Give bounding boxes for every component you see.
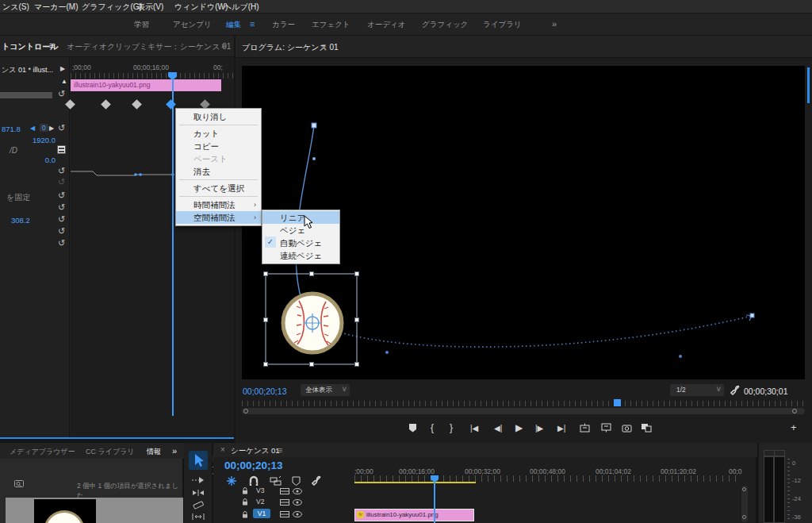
workspace-tab-learning[interactable]: 学習 — [134, 20, 149, 30]
reset-icon[interactable]: ↺ — [58, 167, 65, 175]
context-menu-spatial-interpolation[interactable]: 空間補間法 › — [176, 211, 261, 224]
program-scrollbar[interactable] — [242, 408, 805, 414]
submenu-continuous-bezier[interactable]: 連続ベジェ — [262, 249, 339, 262]
workspace-tab-graphics[interactable]: グラフィック — [422, 20, 468, 30]
track-header-v3[interactable]: V3 — [220, 486, 353, 496]
button-editor-plus[interactable]: + — [791, 421, 797, 433]
menu-graphics[interactable]: グラフィック(G) — [82, 2, 142, 13]
go-to-out-button[interactable]: ▶| — [557, 424, 565, 433]
selection-handle[interactable] — [263, 271, 268, 276]
media-thumbnail-area[interactable] — [6, 498, 183, 523]
submenu-linear[interactable]: リニア — [262, 211, 339, 224]
media-thumbnail[interactable] — [34, 499, 96, 523]
extract-button[interactable] — [601, 423, 611, 433]
sync-lock-icon[interactable] — [280, 488, 289, 494]
next-keyframe-icon[interactable]: ▶ — [49, 125, 54, 132]
fit-dropdown[interactable]: 全体表示 ˅ — [301, 384, 350, 396]
tab-media-browser[interactable]: メディアブラウザー — [10, 447, 75, 457]
razor-tool-icon[interactable] — [192, 500, 205, 510]
scroll-handle-left[interactable] — [243, 409, 248, 413]
ec-playhead-line[interactable] — [172, 79, 174, 416]
comparison-view-button[interactable] — [641, 423, 652, 433]
go-to-in-button[interactable]: |◀ — [470, 424, 478, 433]
selection-tool-button[interactable] — [189, 451, 208, 470]
track-output-eye-icon[interactable] — [293, 488, 302, 494]
context-menu-select-all[interactable]: すべてを選択 — [176, 182, 261, 194]
ec-position-value[interactable]: 871.8 — [2, 125, 21, 133]
track-output-eye-icon[interactable] — [293, 499, 302, 506]
track-header-v1[interactable]: V1 — [220, 508, 353, 521]
menu-marker[interactable]: マーカー(M) — [34, 2, 78, 13]
selection-handle[interactable] — [354, 271, 359, 276]
selection-handle[interactable] — [309, 271, 314, 276]
workspace-tab-libraries[interactable]: ライブラリ — [483, 20, 522, 30]
program-timecode[interactable]: 00;00;20;13 — [243, 386, 286, 396]
sync-lock-icon[interactable] — [280, 499, 289, 506]
selection-handle[interactable] — [354, 317, 359, 322]
ec-overflow-icon[interactable]: » — [221, 40, 226, 50]
step-back-button[interactable]: ◀| — [494, 424, 502, 433]
scroll-handle-right[interactable] — [792, 409, 797, 413]
menu-sequence[interactable]: ンス(S) — [2, 2, 29, 13]
snap-magnet-icon[interactable] — [248, 475, 259, 486]
tab-info[interactable]: 情報 — [147, 447, 161, 457]
step-forward-button[interactable]: |▶ — [535, 424, 543, 433]
reset-icon[interactable]: ↺ — [58, 227, 65, 236]
submenu-auto-bezier[interactable]: ✓ 自動ベジェ — [262, 237, 339, 249]
ec-anchor-value[interactable]: 308.2 — [11, 216, 30, 225]
workspace-tab-effects[interactable]: エフェクト — [312, 20, 350, 30]
program-scrubber-ruler[interactable] — [242, 401, 805, 406]
mark-in-button[interactable]: { — [431, 422, 434, 433]
close-panel-icon[interactable]: × — [220, 445, 225, 454]
media-overflow-icon[interactable]: » — [172, 446, 177, 456]
keyframe-count[interactable]: 0 — [40, 124, 48, 132]
timeline-wrench-icon[interactable] — [312, 475, 322, 486]
program-menu-icon[interactable]: ≡ — [321, 41, 326, 51]
ripple-edit-tool-icon[interactable] — [191, 489, 205, 497]
sync-lock-icon[interactable] — [280, 511, 289, 517]
timeline-menu-icon[interactable]: ≡ — [278, 445, 282, 455]
program-vscrollbar[interactable] — [807, 67, 810, 103]
reset-icon[interactable]: ↺ — [58, 215, 65, 224]
context-menu-copy[interactable]: コピー — [176, 140, 261, 152]
track-label-v1-active[interactable]: V1 — [253, 509, 270, 518]
workspace-tab-audio[interactable]: オーディオ — [367, 20, 405, 30]
track-select-tool-icon[interactable] — [191, 476, 205, 484]
program-playhead[interactable] — [614, 399, 621, 406]
reset-icon[interactable]: ↺ — [58, 90, 65, 98]
ec-uniform-scale-checkbox[interactable] — [57, 145, 66, 154]
insert-overwrite-icon[interactable] — [226, 475, 237, 486]
add-marker-button[interactable] — [408, 423, 417, 433]
selection-handle[interactable] — [354, 362, 359, 367]
vscroll-handle-bottom[interactable] — [742, 515, 746, 519]
panel-menu-icon[interactable]: ≡ — [49, 40, 54, 50]
reset-icon[interactable]: ↺ — [58, 203, 65, 212]
timeline-marker-icon[interactable] — [292, 476, 301, 486]
settings-wrench-icon[interactable] — [730, 385, 741, 395]
ec-rotation-value[interactable]: 0.0 — [22, 156, 56, 164]
context-menu-temporal-interpolation[interactable]: 時間補間法 › — [176, 198, 261, 211]
resolution-dropdown[interactable]: 1/2 ˅ — [670, 384, 724, 396]
workspace-tab-editing[interactable]: 編集 — [226, 20, 241, 30]
selection-handle[interactable] — [309, 362, 314, 367]
slip-tool-icon[interactable] — [191, 513, 205, 521]
menu-help[interactable]: ヘルプ(H) — [224, 2, 259, 13]
ec-clip-bar[interactable]: illustrain10-yakyuu01.png — [71, 79, 221, 91]
menu-window[interactable]: ウィンドウ(W) — [174, 2, 228, 13]
tab-cc-libraries[interactable]: CC ライブラリ — [86, 447, 135, 457]
lock-icon[interactable] — [242, 498, 248, 506]
lock-icon[interactable] — [242, 511, 248, 518]
track-header-v2[interactable]: V2 — [220, 497, 353, 507]
ec-ruler[interactable] — [71, 73, 234, 79]
timeline-timecode[interactable]: 00;00;20;13 — [224, 460, 283, 471]
workspace-menu-icon[interactable]: ≡ — [250, 19, 255, 29]
mark-out-button[interactable]: } — [450, 422, 453, 433]
reset-icon[interactable]: ↺ — [58, 191, 65, 200]
timeline-playhead-line[interactable] — [434, 481, 435, 523]
selection-handle[interactable] — [263, 362, 268, 367]
tab-sequence-01[interactable]: シーケンス 01 — [231, 446, 280, 456]
submenu-bezier[interactable]: ベジェ — [262, 224, 339, 237]
ec-collapse-icon[interactable]: ▲ — [61, 78, 67, 85]
vscroll-handle-top[interactable] — [742, 487, 746, 491]
track-label-v2[interactable]: V2 — [256, 498, 264, 506]
